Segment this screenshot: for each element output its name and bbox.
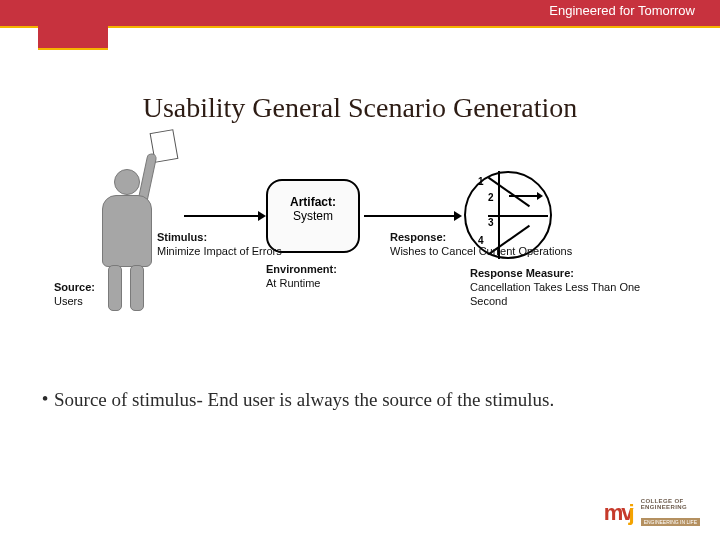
label-response: Response: Wishes to Cancel Current Opera… xyxy=(390,231,572,259)
logo-letters-mv: mv xyxy=(604,500,632,525)
label-measure-title: Response Measure: xyxy=(470,267,670,281)
header-yellow-rule xyxy=(0,26,720,28)
scenario-diagram: Artifact: System 1 2 3 4 Source: Users S… xyxy=(50,135,670,355)
label-environment-value: At Runtime xyxy=(266,277,320,289)
bullet-marker: • xyxy=(36,388,54,413)
label-environment-title: Environment: xyxy=(266,263,337,277)
logo-band: ENGINEERING IN LIFE xyxy=(641,518,700,526)
clock-number: 1 xyxy=(478,176,484,187)
person-leg xyxy=(108,265,122,311)
page-title: Usability General Scenario Generation xyxy=(0,92,720,124)
clock-number: 2 xyxy=(488,192,494,203)
bullet-text: Source of stimulus- End user is always t… xyxy=(54,388,554,413)
logo-text-block: COLLEGE OF ENGINEERING ENGINEERING IN LI… xyxy=(641,498,700,528)
artifact-value: System xyxy=(293,209,333,223)
header-banner: Engineered for Tomorrow xyxy=(0,0,720,52)
arrow-response xyxy=(364,215,454,217)
label-measure-value: Cancellation Takes Less Than One Second xyxy=(470,281,640,307)
label-stimulus-value: Minimize Impact of Errors xyxy=(157,245,282,257)
arrow-stimulus xyxy=(184,215,258,217)
logo-mark: mvj xyxy=(604,500,635,526)
label-source-title: Source: xyxy=(54,281,95,295)
person-body xyxy=(102,195,152,267)
artifact-label: Artifact: xyxy=(268,195,358,209)
logo-letter-j: j xyxy=(629,500,635,525)
person-leg xyxy=(130,265,144,311)
clock-number: 3 xyxy=(488,217,494,228)
stopwatch-divider xyxy=(488,215,548,217)
label-stimulus: Stimulus: Minimize Impact of Errors xyxy=(157,231,282,259)
header-tagline: Engineered for Tomorrow xyxy=(549,3,695,18)
label-response-value: Wishes to Cancel Current Operations xyxy=(390,245,572,257)
stopwatch-hand xyxy=(509,195,537,197)
label-environment: Environment: At Runtime xyxy=(266,263,337,291)
logo-line-2: ENGINEERING xyxy=(641,504,700,510)
bullet-item: • Source of stimulus- End user is always… xyxy=(36,388,680,413)
label-response-measure: Response Measure: Cancellation Takes Les… xyxy=(470,267,670,308)
header-notch xyxy=(38,0,108,48)
label-stimulus-title: Stimulus: xyxy=(157,231,282,245)
footer-logo: mvj COLLEGE OF ENGINEERING ENGINEERING I… xyxy=(604,498,700,528)
label-response-title: Response: xyxy=(390,231,572,245)
person-head xyxy=(114,169,140,195)
label-source: Source: Users xyxy=(54,281,95,309)
label-source-value: Users xyxy=(54,295,83,307)
